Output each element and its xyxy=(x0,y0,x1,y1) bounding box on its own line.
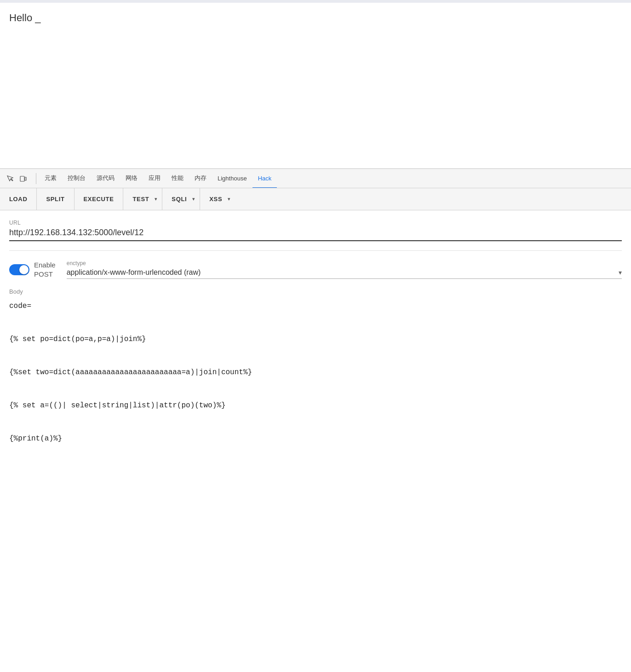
content-divider xyxy=(9,250,622,251)
body-code[interactable]: code= {% set po=dict(po=a,p=a)|join%} {%… xyxy=(9,299,622,446)
body-label: Body xyxy=(9,288,622,295)
svg-rect-1 xyxy=(25,177,26,180)
body-line-5: {%set two=dict(aaaaaaaaaaaaaaaaaaaaaaaa=… xyxy=(9,365,622,380)
body-line-2 xyxy=(9,315,622,330)
enctype-field: enctype application/x-www-form-urlencode… xyxy=(67,260,622,279)
body-line-1: code= xyxy=(9,299,622,313)
load-button[interactable]: LOAD xyxy=(0,188,36,210)
tab-lighthouse[interactable]: Lighthouse xyxy=(212,169,252,188)
url-label: URL xyxy=(9,220,622,226)
execute-button[interactable]: EXECUTE xyxy=(75,188,123,210)
devtools-icon-group xyxy=(4,172,29,185)
tab-application[interactable]: 应用 xyxy=(143,169,166,188)
tab-memory[interactable]: 内存 xyxy=(189,169,212,188)
enable-post-label: EnablePOST xyxy=(34,261,56,278)
body-line-6 xyxy=(9,382,622,396)
hello-text: Hello _ xyxy=(9,12,40,23)
page-content: Hello _ xyxy=(0,3,631,168)
enctype-label: enctype xyxy=(67,260,622,266)
enctype-select[interactable]: application/x-www-form-urlencoded (raw) … xyxy=(67,268,622,279)
url-field: URL xyxy=(9,220,622,241)
body-line-7: {% set a=(()| select|string|list)|attr(p… xyxy=(9,398,622,413)
tab-divider xyxy=(36,173,36,184)
tab-network[interactable]: 网络 xyxy=(120,169,143,188)
body-line-4 xyxy=(9,348,622,363)
enctype-dropdown-arrow: ▾ xyxy=(619,269,622,276)
post-row: EnablePOST enctype application/x-www-for… xyxy=(9,260,622,279)
tab-hackbar[interactable]: Hack xyxy=(252,169,277,188)
enctype-value: application/x-www-form-urlencoded (raw) xyxy=(67,268,619,277)
hackbar-content: URL EnablePOST enctype application/x-www… xyxy=(0,210,631,457)
body-line-9: {%print(a)%} xyxy=(9,431,622,446)
device-toolbar-icon[interactable] xyxy=(17,172,29,185)
enable-post-toggle[interactable] xyxy=(9,264,29,275)
devtools-panel: 元素 控制台 源代码 网络 应用 性能 内存 Lighthouse Hack L… xyxy=(0,168,631,457)
tab-performance[interactable]: 性能 xyxy=(166,169,189,188)
url-input[interactable] xyxy=(9,228,622,241)
enable-post-toggle-container: EnablePOST xyxy=(9,261,56,278)
test-dropdown-arrow: ▾ xyxy=(155,196,162,202)
body-line-8 xyxy=(9,415,622,429)
body-section: Body code= {% set po=dict(po=a,p=a)|join… xyxy=(9,288,622,446)
xss-dropdown[interactable]: XSS ▾ xyxy=(200,188,235,210)
tab-console[interactable]: 控制台 xyxy=(62,169,91,188)
test-dropdown[interactable]: TEST ▾ xyxy=(123,188,162,210)
sqli-dropdown-arrow: ▾ xyxy=(192,196,200,202)
devtools-tabbar: 元素 控制台 源代码 网络 应用 性能 内存 Lighthouse Hack xyxy=(0,169,631,188)
split-button[interactable]: SPLIT xyxy=(37,188,74,210)
sqli-dropdown[interactable]: SQLI ▾ xyxy=(162,188,200,210)
hackbar-toolbar: LOAD SPLIT EXECUTE TEST ▾ SQLI ▾ XSS ▾ xyxy=(0,188,631,210)
body-line-3: {% set po=dict(po=a,p=a)|join%} xyxy=(9,332,622,347)
inspect-element-icon[interactable] xyxy=(4,172,17,185)
tab-elements[interactable]: 元素 xyxy=(39,169,62,188)
xss-dropdown-arrow: ▾ xyxy=(228,196,235,202)
svg-rect-0 xyxy=(20,176,24,181)
tab-sources[interactable]: 源代码 xyxy=(91,169,120,188)
